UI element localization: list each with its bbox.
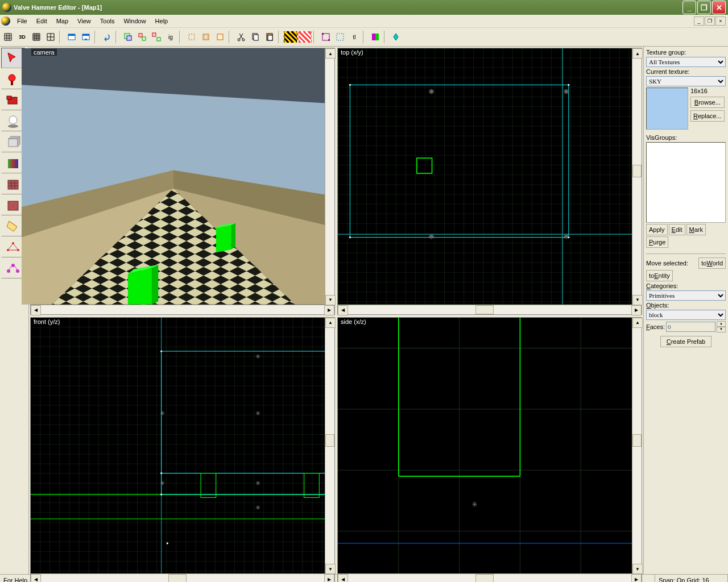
- faces-label: Faces:: [646, 323, 665, 330]
- mdi-close-button[interactable]: ×: [715, 16, 726, 26]
- browse-button[interactable]: Browse...: [690, 97, 725, 108]
- mark-button[interactable]: Mark: [686, 224, 706, 235]
- minimize-button[interactable]: _: [682, 1, 696, 14]
- load-window-icon[interactable]: [65, 30, 78, 44]
- menu-help[interactable]: Help: [151, 16, 173, 26]
- scrollbar-horizontal[interactable]: ◀▶: [31, 305, 334, 314]
- select-by-handles-icon[interactable]: [319, 30, 333, 44]
- edit-button[interactable]: Edit: [669, 224, 685, 235]
- svg-rect-10: [189, 34, 195, 40]
- swatch-dim: 16x16: [690, 88, 725, 94]
- cordon-edit-icon[interactable]: [298, 31, 312, 43]
- svg-rect-25: [375, 34, 379, 40]
- curtex-label: Current texture:: [646, 68, 726, 75]
- toentity-button[interactable]: toEntity: [646, 270, 673, 281]
- viewport-front[interactable]: front (y/z) ✳✳✳✳✳✳ ▲▼ ◀▶: [30, 317, 335, 582]
- categories-label: Categories:: [646, 282, 726, 289]
- viewport-area: camera: [29, 47, 643, 574]
- save-window-icon[interactable]: [79, 30, 93, 44]
- scrollbar-vertical[interactable]: ▲▼: [325, 48, 334, 305]
- ignore-groups-icon[interactable]: ig: [164, 30, 177, 44]
- svg-rect-34: [8, 180, 18, 189]
- purge-button[interactable]: Purge: [646, 236, 668, 248]
- objects-select[interactable]: block: [646, 310, 726, 320]
- categories-select[interactable]: Primitives: [646, 290, 726, 301]
- maximize-button[interactable]: ❐: [697, 1, 711, 14]
- copy-icon[interactable]: [249, 30, 262, 44]
- group-icon[interactable]: [135, 30, 149, 44]
- viewport-label: front (y/z): [31, 318, 62, 325]
- apply-button[interactable]: Apply: [646, 224, 668, 235]
- create-prefab-button[interactable]: Create Prefab: [660, 336, 712, 347]
- svg-rect-1: [68, 34, 75, 36]
- curtex-select[interactable]: SKY: [646, 76, 726, 86]
- texgroup-select[interactable]: All Textures: [646, 57, 726, 67]
- svg-rect-81: [31, 318, 334, 574]
- svg-rect-23: [337, 34, 344, 40]
- faces-spinner[interactable]: ▲▼: [717, 321, 726, 332]
- svg-rect-22: [328, 39, 330, 41]
- svg-rect-99: [338, 318, 642, 574]
- close-button[interactable]: ✕: [712, 1, 726, 14]
- svg-text:✳: ✳: [255, 480, 260, 487]
- viewport-top[interactable]: top (x/y): [337, 48, 642, 315]
- svg-point-40: [17, 249, 19, 251]
- svg-text:✳: ✳: [564, 88, 569, 95]
- svg-point-74: [349, 236, 351, 238]
- toggle-grid-icon[interactable]: [1, 30, 15, 44]
- run-map-icon[interactable]: [390, 30, 403, 44]
- cordon-toggle-icon[interactable]: [284, 31, 297, 43]
- svg-rect-33: [8, 159, 18, 168]
- svg-point-31: [8, 124, 18, 128]
- grid-larger-icon[interactable]: [44, 30, 57, 44]
- align-to-world-icon[interactable]: [369, 30, 382, 44]
- svg-text:✳: ✳: [255, 504, 260, 510]
- paste-icon[interactable]: [263, 30, 276, 44]
- replace-button[interactable]: Replace...: [690, 110, 725, 122]
- scrollbar-vertical[interactable]: ▲▼: [632, 318, 642, 575]
- grid-3d-icon[interactable]: 3D: [15, 30, 29, 44]
- cut-icon[interactable]: [234, 30, 248, 44]
- scrollbar-vertical[interactable]: ▲▼: [632, 48, 642, 305]
- menu-map[interactable]: Map: [52, 16, 73, 26]
- visgroups-list[interactable]: [646, 142, 726, 223]
- menu-file[interactable]: File: [13, 16, 32, 26]
- hide-selected-icon[interactable]: [185, 30, 198, 44]
- menu-tools[interactable]: Tools: [96, 16, 119, 26]
- auto-select-icon[interactable]: [333, 30, 347, 44]
- faces-input[interactable]: [666, 322, 715, 332]
- viewport-side[interactable]: side (x/z) ✳ ▲▼ ◀▶: [337, 317, 642, 582]
- show-all-icon[interactable]: [213, 30, 227, 44]
- scrollbar-horizontal[interactable]: ◀▶: [338, 305, 642, 314]
- svg-text:✳: ✳: [429, 233, 434, 240]
- mdi-restore-button[interactable]: ❐: [705, 16, 715, 26]
- svg-text:✳: ✳: [429, 88, 434, 95]
- menu-window[interactable]: Window: [119, 16, 150, 26]
- toworld-button[interactable]: toWorld: [698, 257, 726, 269]
- svg-point-39: [12, 242, 14, 244]
- mdi-minimize-button[interactable]: _: [694, 16, 704, 26]
- svg-rect-6: [139, 34, 142, 37]
- texture-swatch: [646, 88, 688, 130]
- svg-marker-57: [152, 265, 159, 305]
- toolbar: 3D ig tl: [0, 28, 728, 47]
- hide-unselected-icon[interactable]: [199, 30, 213, 44]
- scrollbar-horizontal[interactable]: ◀▶: [338, 573, 642, 582]
- undo-icon[interactable]: [100, 30, 114, 44]
- svg-rect-3: [82, 34, 89, 36]
- svg-rect-9: [157, 38, 160, 41]
- carve-icon[interactable]: [121, 30, 135, 44]
- svg-text:✳: ✳: [160, 409, 165, 416]
- menu-edit[interactable]: Edit: [32, 16, 52, 26]
- svg-text:✳: ✳: [564, 233, 569, 240]
- svg-rect-24: [372, 34, 375, 40]
- svg-rect-29: [7, 96, 11, 99]
- menu-view[interactable]: View: [73, 16, 96, 26]
- ungroup-icon[interactable]: [150, 30, 163, 44]
- scrollbar-horizontal[interactable]: ◀▶: [31, 573, 334, 582]
- texture-lock-icon[interactable]: tl: [348, 30, 361, 44]
- viewport-camera[interactable]: camera: [30, 48, 335, 315]
- grid-smaller-icon[interactable]: [30, 30, 43, 44]
- texgroup-label: Texture group:: [646, 49, 726, 56]
- scrollbar-vertical[interactable]: ▲▼: [325, 318, 334, 575]
